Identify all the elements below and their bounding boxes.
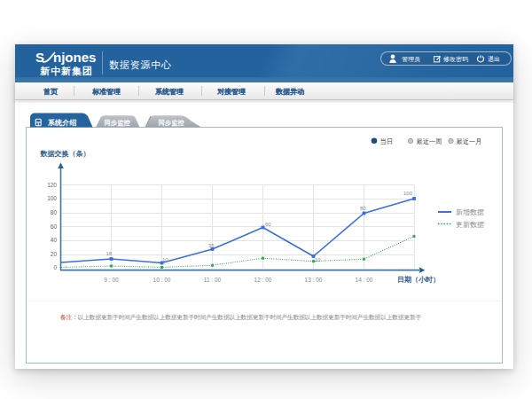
svg-text:9 : 00: 9 : 00 [104,277,119,283]
svg-text:更新数据: 更新数据 [456,221,484,229]
svg-text:0: 0 [53,264,57,270]
svg-text:120: 120 [47,182,57,188]
svg-text:13 : 00: 13 : 00 [305,277,323,283]
svg-text:新增数据: 新增数据 [456,208,484,216]
svg-text:10: 10 [315,257,321,262]
svg-text:10: 10 [162,257,168,262]
svg-text:60: 60 [265,222,271,227]
svg-text:日期（小时）: 日期（小时） [397,276,440,284]
svg-text:数据交换（条）: 数据交换（条） [40,150,90,158]
svg-text:60: 60 [51,223,58,230]
svg-text:11 : 00: 11 : 00 [204,277,222,283]
svg-text:同步监控: 同步监控 [159,119,185,127]
svg-text:14 : 00: 14 : 00 [356,277,373,283]
svg-text:当日: 当日 [380,137,394,145]
svg-text:100: 100 [403,191,413,196]
svg-text:最近一月: 最近一月 [457,137,482,145]
svg-text:80: 80 [360,206,366,211]
svg-text:备注：以上数据更新于时间产生数据以上数据更新于时间产生数据以: 备注：以上数据更新于时间产生数据以上数据更新于时间产生数据以上数据更新于时间产生… [60,314,422,321]
svg-text:系统介绍: 系统介绍 [47,118,76,127]
svg-text:40: 40 [51,237,58,243]
svg-text:18: 18 [106,251,113,256]
svg-text:同步监控: 同步监控 [105,119,131,127]
svg-text:最近一周: 最近一周 [417,137,442,145]
svg-text:100: 100 [47,195,57,201]
svg-text:10 : 00: 10 : 00 [153,277,171,283]
svg-text:12 : 00: 12 : 00 [254,277,272,283]
svg-text:80: 80 [51,209,58,215]
svg-text:20: 20 [51,251,58,257]
svg-text:35: 35 [208,243,215,248]
